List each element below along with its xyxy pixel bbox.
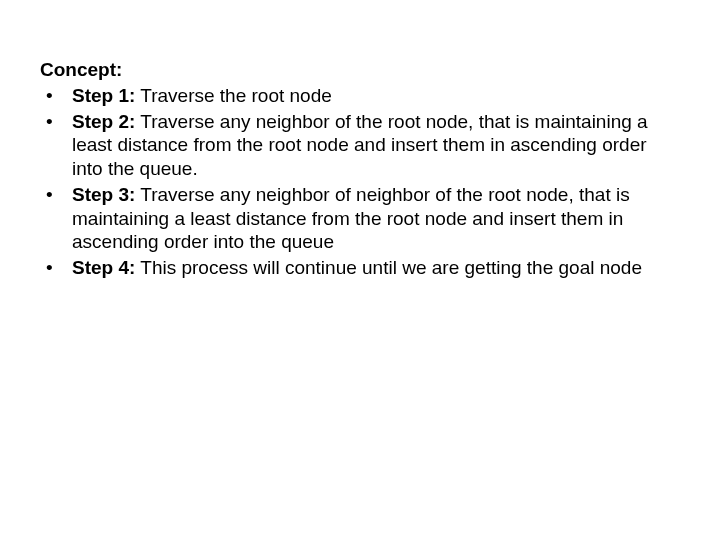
step-label: Step 4: [72, 257, 135, 278]
step-body: Traverse the root node [135, 85, 331, 106]
list-item: Step 4: This process will continue until… [40, 256, 680, 280]
step-label: Step 1: [72, 85, 135, 106]
step-text: Step 4: This process will continue until… [72, 257, 642, 278]
list-item: Step 3: Traverse any neighbor of neighbo… [40, 183, 680, 254]
step-body: Traverse any neighbor of the root node, … [72, 111, 648, 180]
step-label: Step 2: [72, 111, 135, 132]
steps-list: Step 1: Traverse the root node Step 2: T… [40, 84, 680, 280]
list-item: Step 1: Traverse the root node [40, 84, 680, 108]
step-text: Step 3: Traverse any neighbor of neighbo… [72, 184, 630, 253]
step-label: Step 3: [72, 184, 135, 205]
list-item: Step 2: Traverse any neighbor of the roo… [40, 110, 680, 181]
step-text: Step 1: Traverse the root node [72, 85, 332, 106]
step-body: Traverse any neighbor of neighbor of the… [72, 184, 630, 253]
step-text: Step 2: Traverse any neighbor of the roo… [72, 111, 648, 180]
step-body: This process will continue until we are … [135, 257, 642, 278]
concept-heading: Concept: [40, 58, 680, 82]
